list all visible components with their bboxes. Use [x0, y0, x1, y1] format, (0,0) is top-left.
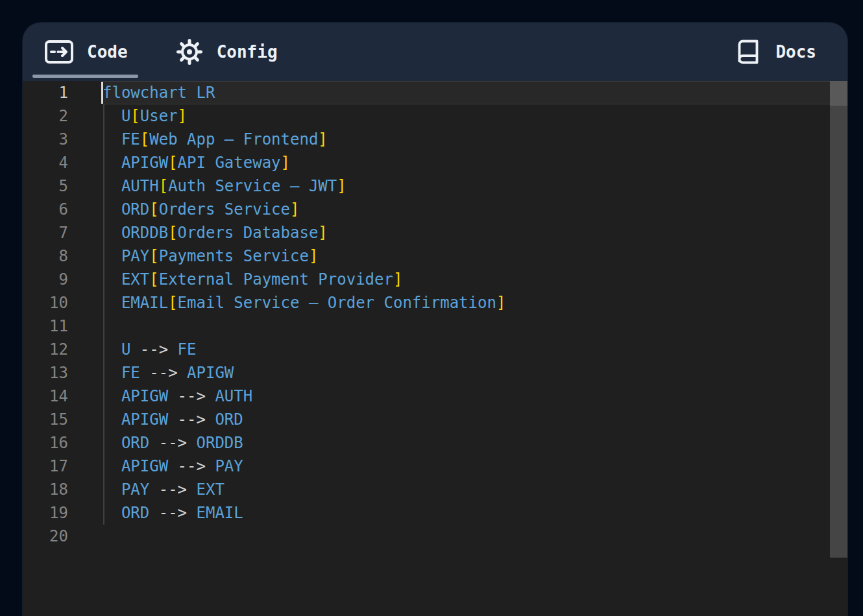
active-tab-indicator	[32, 75, 138, 78]
code-line[interactable]: ORD --> ORDDB	[103, 431, 830, 455]
line-number: 19	[23, 501, 68, 525]
code-line[interactable]	[103, 525, 830, 548]
code-window-icon	[44, 40, 74, 64]
code-line[interactable]: APIGW --> ORD	[103, 408, 830, 431]
line-number: 2	[23, 104, 68, 128]
code-lines: flowchart LR U[User] FE[Web App — Fronte…	[103, 81, 830, 548]
code-line[interactable]: FE[Web App — Frontend]	[103, 128, 830, 151]
overview-ruler-cursor-marker	[830, 81, 847, 106]
code-line[interactable]: EMAIL[Email Service — Order Confirmation…	[103, 291, 830, 314]
line-number: 17	[23, 455, 68, 478]
code-line[interactable]: APIGW --> AUTH	[103, 385, 830, 408]
code-line[interactable]: ORD[Orders Service]	[103, 198, 830, 221]
editor-header: Code Config	[23, 23, 847, 81]
line-number: 16	[23, 431, 68, 455]
code-line[interactable]: ORDDB[Orders Database]	[103, 221, 830, 244]
line-number: 20	[23, 525, 68, 548]
code-line[interactable]: PAY[Payments Service]	[103, 244, 830, 268]
line-number: 8	[23, 244, 68, 268]
code-line[interactable]: flowchart LR	[103, 81, 830, 104]
tab-code[interactable]: Code	[44, 40, 128, 64]
code-line[interactable]	[103, 314, 830, 338]
line-number: 3	[23, 128, 68, 151]
line-number: 18	[23, 478, 68, 501]
docs-label: Docs	[775, 42, 816, 62]
gear-icon	[176, 38, 203, 65]
code-line[interactable]: ORD --> EMAIL	[103, 501, 830, 525]
book-icon	[736, 38, 760, 65]
text-cursor	[101, 82, 103, 104]
code-line[interactable]: U[User]	[103, 104, 830, 128]
line-number: 7	[23, 221, 68, 244]
code-line[interactable]: FE --> APIGW	[103, 361, 830, 385]
code-line[interactable]: APIGW --> PAY	[103, 455, 830, 478]
code-line[interactable]: EXT[External Payment Provider]	[103, 268, 830, 291]
line-number: 13	[23, 361, 68, 385]
tab-config[interactable]: Config	[176, 38, 278, 65]
editor-panel: Code Config	[23, 23, 847, 616]
vertical-scrollbar[interactable]	[830, 81, 847, 558]
tab-code-label: Code	[87, 42, 128, 62]
line-number: 4	[23, 151, 68, 174]
line-number: 11	[23, 314, 68, 338]
docs-button[interactable]: Docs	[736, 38, 816, 65]
line-number: 12	[23, 338, 68, 361]
tab-config-label: Config	[217, 42, 278, 62]
code-line[interactable]: PAY --> EXT	[103, 478, 830, 501]
code-line[interactable]: APIGW[API Gateway]	[103, 151, 830, 174]
code-line[interactable]: AUTH[Auth Service — JWT]	[103, 174, 830, 198]
line-number: 10	[23, 291, 68, 314]
code-editor[interactable]: 1234567891011121314151617181920 flowchar…	[23, 81, 847, 616]
line-number: 15	[23, 408, 68, 431]
line-number: 6	[23, 198, 68, 221]
line-number: 5	[23, 174, 68, 198]
line-number: 9	[23, 268, 68, 291]
code-line[interactable]: U --> FE	[103, 338, 830, 361]
line-number: 14	[23, 385, 68, 408]
line-number-gutter: 1234567891011121314151617181920	[23, 81, 68, 548]
line-number: 1	[23, 81, 68, 104]
